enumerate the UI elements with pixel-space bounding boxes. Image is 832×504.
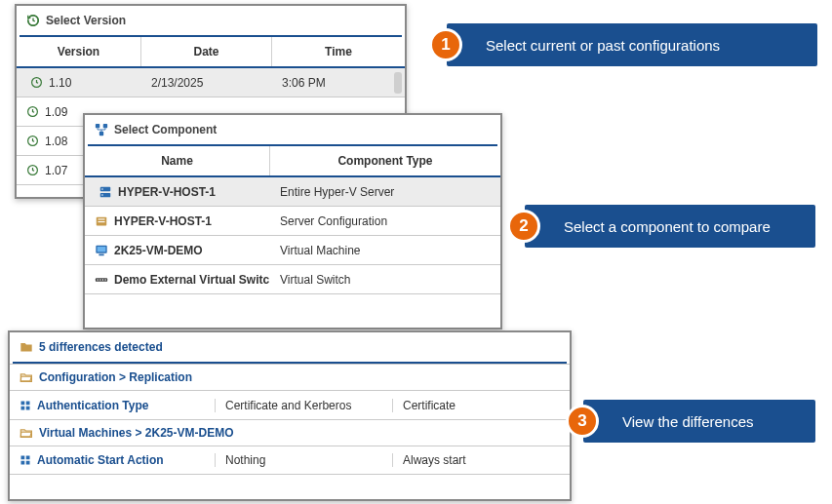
svg-rect-27 xyxy=(21,456,25,460)
components-header: Name Component Type xyxy=(85,146,500,177)
col-name[interactable]: Name xyxy=(85,146,270,175)
step-badge: 2 xyxy=(507,210,540,243)
version-row[interactable]: 1.10 2/13/2025 3:06 PM xyxy=(17,68,405,97)
component-row[interactable]: HYPER-V-HOST-1 Server Configuration xyxy=(85,207,500,236)
clock-history-icon xyxy=(26,135,39,147)
component-row[interactable]: Demo External Virtual Switch Virtual Swi… xyxy=(85,265,500,294)
callout-text: View the differences xyxy=(622,413,754,430)
config-icon xyxy=(95,214,108,228)
component-type: Virtual Switch xyxy=(270,273,500,287)
svg-rect-21 xyxy=(102,279,103,280)
server-icon xyxy=(99,185,112,199)
svg-rect-16 xyxy=(98,247,106,252)
diff-group[interactable]: Virtual Machines > 2K25-VM-DEMO xyxy=(10,419,570,446)
svg-point-11 xyxy=(101,194,103,196)
diff-value-a: Nothing xyxy=(215,453,392,467)
svg-rect-6 xyxy=(103,124,107,128)
network-switch-icon xyxy=(95,273,108,287)
col-date[interactable]: Date xyxy=(141,37,272,66)
folder-icon xyxy=(20,340,33,354)
versions-header: Version Date Time xyxy=(17,37,405,68)
col-type[interactable]: Component Type xyxy=(270,146,500,175)
version-date: 2/13/2025 xyxy=(141,76,272,90)
diff-value-b: Certificate xyxy=(392,399,570,412)
component-type: Virtual Machine xyxy=(270,244,500,257)
diff-title-row: 5 differences detected xyxy=(10,332,570,362)
clock-history-icon xyxy=(26,14,40,27)
property-icon xyxy=(20,454,31,466)
col-time[interactable]: Time xyxy=(272,37,405,66)
callout-text: Select current or past configurations xyxy=(486,37,720,54)
diff-group-label: Virtual Machines > 2K25-VM-DEMO xyxy=(39,426,234,440)
component-type: Entire Hyper-V Server xyxy=(270,185,500,199)
select-component-panel: Select Component Name Component Type HYP… xyxy=(83,113,502,330)
diff-title: 5 differences detected xyxy=(39,340,163,354)
diff-row[interactable]: Automatic Start Action Nothing Always st… xyxy=(10,446,570,475)
svg-rect-17 xyxy=(99,253,103,255)
component-name: HYPER-V-HOST-1 xyxy=(118,185,216,199)
panel-title: Select Version xyxy=(46,14,126,27)
panel-title-row: Select Component xyxy=(85,115,500,144)
svg-rect-22 xyxy=(105,279,106,280)
diff-value-b: Always start xyxy=(392,453,570,467)
clock-history-icon xyxy=(26,164,39,176)
version-label: 1.09 xyxy=(45,105,67,119)
diff-value-a: Certificate and Kerberos xyxy=(215,399,392,412)
svg-rect-24 xyxy=(26,401,30,405)
step-badge: 1 xyxy=(429,28,462,61)
clock-history-icon xyxy=(30,76,43,89)
svg-rect-19 xyxy=(98,279,99,280)
diff-row[interactable]: Authentication Type Certificate and Kerb… xyxy=(10,390,570,419)
svg-rect-25 xyxy=(21,406,25,409)
version-label: 1.07 xyxy=(45,164,67,177)
svg-point-10 xyxy=(101,188,103,190)
callout-step-2: 2 Select a component to compare xyxy=(525,205,815,248)
scrollbar-thumb[interactable] xyxy=(394,72,402,94)
svg-rect-29 xyxy=(21,461,25,465)
version-label: 1.10 xyxy=(49,76,71,90)
component-name: Demo External Virtual Switch xyxy=(114,273,270,287)
panel-title-row: Select Version xyxy=(17,6,405,35)
component-name: HYPER-V-HOST-1 xyxy=(114,214,212,228)
component-row[interactable]: HYPER-V-HOST-1 Entire Hyper-V Server xyxy=(85,177,500,207)
step-badge: 3 xyxy=(566,405,599,438)
callout-step-3: 3 View the differences xyxy=(583,400,815,443)
diff-label: Automatic Start Action xyxy=(37,453,164,467)
diff-label: Authentication Type xyxy=(37,399,148,412)
diff-group-label: Configuration > Replication xyxy=(39,370,192,384)
svg-rect-20 xyxy=(99,279,100,280)
svg-rect-7 xyxy=(99,132,103,136)
property-icon xyxy=(20,400,31,411)
svg-rect-28 xyxy=(26,456,30,460)
col-version[interactable]: Version xyxy=(17,37,141,66)
callout-step-1: 1 Select current or past configurations xyxy=(447,23,817,66)
folder-open-icon xyxy=(20,426,33,440)
vm-monitor-icon xyxy=(95,244,108,257)
component-tree-icon xyxy=(95,123,108,136)
component-type: Server Configuration xyxy=(270,214,500,228)
callout-text: Select a component to compare xyxy=(564,218,771,235)
svg-rect-5 xyxy=(96,124,99,128)
component-name: 2K25-VM-DEMO xyxy=(114,244,203,257)
version-label: 1.08 xyxy=(45,135,67,148)
panel-title: Select Component xyxy=(114,123,217,136)
differences-panel: 5 differences detected Configuration > R… xyxy=(8,330,572,501)
svg-rect-23 xyxy=(21,401,25,405)
component-row[interactable]: 2K25-VM-DEMO Virtual Machine xyxy=(85,236,500,265)
version-time: 3:06 PM xyxy=(272,76,405,90)
svg-rect-26 xyxy=(26,406,30,409)
svg-rect-14 xyxy=(99,221,105,222)
clock-history-icon xyxy=(26,105,39,118)
svg-rect-30 xyxy=(26,461,30,465)
diff-group[interactable]: Configuration > Replication xyxy=(10,364,570,390)
svg-rect-13 xyxy=(99,218,105,219)
folder-open-icon xyxy=(20,370,33,384)
